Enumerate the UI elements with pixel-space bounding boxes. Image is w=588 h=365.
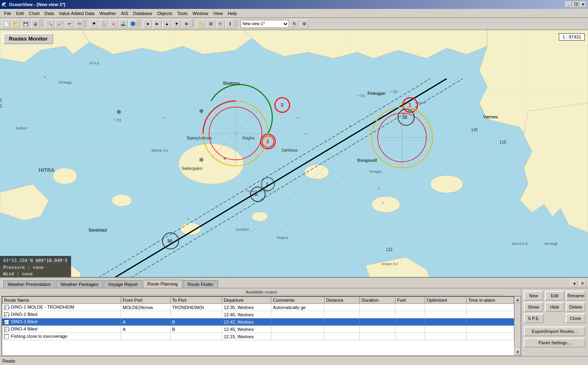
row3-comments [271,318,324,326]
tb-info[interactable]: ℹ [226,19,235,28]
col-departure[interactable]: Departure [222,297,271,304]
row4-checkbox[interactable]: ✓ [4,327,9,332]
rename-button[interactable]: Rename [566,291,586,301]
tab-route-planning[interactable]: Route Planning [143,280,182,288]
window-title: OceanView - [New view 1*] [9,2,565,7]
col-optimized[interactable]: Optimized [425,297,467,304]
row4-duration [360,326,396,333]
tb-grid[interactable]: ⊞ [206,19,215,28]
restore-button[interactable]: ❐ [573,2,579,7]
tb-undo[interactable]: ↩ [65,19,74,28]
view-selector[interactable]: New view 1* [240,20,289,28]
minimize-button[interactable]: _ [565,2,572,7]
col-time-in-alarm[interactable]: Time in alarm [467,297,514,304]
tb-settings[interactable]: ⚙ [300,19,309,28]
menu-view[interactable]: View [211,10,225,17]
row3-departure: 12:42, Wednes [222,318,271,326]
tb-anchor[interactable]: ⚓ [99,19,108,28]
tb-center[interactable]: ⊕ [182,19,191,28]
menu-tools[interactable]: Tools [175,10,190,17]
menu-value-added-data[interactable]: Value Added Data [56,10,97,17]
tb-arrow-down[interactable]: ▼ [172,19,181,28]
tb-arrow-right[interactable]: ► [153,19,162,28]
tb-redo[interactable]: ↪ [75,19,84,28]
row3-optimized [425,318,467,326]
row5-duration [360,333,396,340]
col-duration[interactable]: Duration [360,297,396,304]
panel-settings-button[interactable]: Panel Settings... [524,338,586,348]
panel-nav-close[interactable]: ✕ [579,280,586,287]
row3-checkbox[interactable]: ✓ [4,320,9,324]
scroll-down-button[interactable]: ▼ [514,349,521,355]
tb-arrow-left[interactable]: ◄ [143,19,152,28]
tb-save[interactable]: 💾 [21,19,30,28]
table-scrollbar[interactable]: ▲ ▼ [514,296,521,355]
table-row[interactable]: ✓ DINO-2 Biled 12:40, Wednes [2,311,514,318]
tb-refresh[interactable]: ↻ [290,19,299,28]
tb-arrow-up[interactable]: ▲ [162,19,171,28]
close-button[interactable]: ✕ [580,2,586,7]
table-row[interactable]: ✓ DINO-1 MOLDE - TRONDHEIM MOLDE(Norwa T… [2,304,514,311]
new-button[interactable]: New [524,291,543,301]
tab-route-finder[interactable]: Route Finder [183,280,218,288]
row1-checkbox[interactable]: ✓ [4,305,9,310]
row5-checkbox[interactable] [4,334,9,339]
tb-open[interactable]: 📂 [11,19,20,28]
menu-file[interactable]: File [2,10,14,17]
tb-zoom-out[interactable]: 🔎 [55,19,64,28]
panel-nav-left[interactable]: ◄ [571,280,578,287]
col-comments[interactable]: Comments [271,297,324,304]
menu-window[interactable]: Window [190,10,211,17]
menu-objects[interactable]: Objects [155,10,175,17]
menu-edit[interactable]: Edit [14,10,26,17]
routes-table-scroll[interactable]: Route Name From Port To Port Departure C… [2,296,514,355]
svg-point-3 [252,212,268,221]
panel-nav: ◄ ✕ [571,280,586,287]
chart-area[interactable]: Routes Monitor 1 : 97431 [0,30,588,286]
tb-new[interactable]: 📄 [2,19,11,28]
svg-text:Kongsvoll: Kongsvoll [357,158,377,163]
tb-buoy[interactable]: 🔵 [128,19,137,28]
row3-duration [360,318,396,326]
spe-button[interactable]: S.P.E. [524,313,544,323]
tab-weather-packages[interactable]: Weather Packages [56,280,103,288]
tb-print[interactable]: 🖨 [31,19,40,28]
tb-measure[interactable]: 📏 [197,19,205,28]
col-to-port[interactable]: To Port [170,297,222,304]
tb-waypoint[interactable]: ⚑ [89,19,98,28]
menu-weather[interactable]: Weather [97,10,119,17]
close-button[interactable]: Close [566,313,586,323]
menu-data[interactable]: Data [42,10,56,17]
table-row[interactable]: ✓ DINO-4 Biled A B 12:45, Wednes [2,326,514,333]
table-row[interactable]: ✓ DINO-3 Biled A B 12:42, Wednes [2,318,514,326]
row5-alarm [467,333,514,340]
map-svg[interactable]: 2 1 3 [0,30,588,286]
menu-database[interactable]: Database [131,10,155,17]
tb-zoom-in[interactable]: 🔍 [45,19,54,28]
tab-weather-presentation[interactable]: Weather Presentation [3,280,55,288]
hide-button[interactable]: Hide [545,302,564,312]
tab-voyage-report[interactable]: Voyage Report [104,280,142,288]
menu-chart[interactable]: Chart [26,10,42,17]
tb-nav[interactable]: 🔺 [109,19,118,28]
tb-ship[interactable]: 🚢 [119,19,128,28]
scroll-up-button[interactable]: ▲ [514,296,521,303]
col-route-name[interactable]: Route Name [2,297,121,304]
svg-text:Worra F.d: Worra F.d [512,242,527,246]
svg-text:30: 30 [167,238,172,243]
routes-monitor-button[interactable]: Routes Monitor [3,33,53,44]
row2-alarm [467,311,514,318]
edit-button[interactable]: Edit [545,291,564,301]
export-import-button[interactable]: Export/Import Routes... [524,326,586,336]
menu-ais[interactable]: AIS [119,10,131,17]
show-button[interactable]: Show [524,302,543,312]
row2-checkbox[interactable]: ✓ [4,312,9,317]
delete-button[interactable]: Delete [566,302,586,312]
col-distance[interactable]: Distance [324,297,360,304]
menu-help[interactable]: Help [225,10,240,17]
col-from-port[interactable]: From Port [121,297,170,304]
table-row[interactable]: Fishing close to icecoverage 12:15, Wedn… [2,333,514,340]
tb-layers[interactable]: ≡ [216,19,225,28]
row5-comments [271,333,324,340]
col-fuel[interactable]: Fuel [396,297,425,304]
